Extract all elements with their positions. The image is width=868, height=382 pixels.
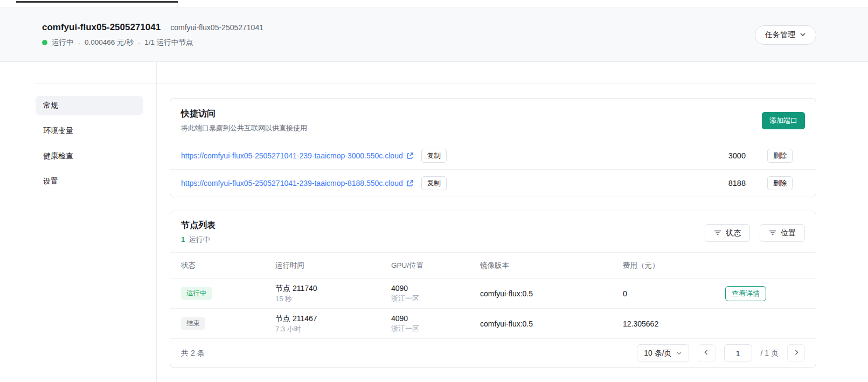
- port-row: https://comfyui-flux05-2505271041-239-ta…: [170, 142, 816, 169]
- col-cost: 费用（元）: [623, 261, 725, 270]
- running-nodes-count: 1/1 运行中节点: [144, 38, 193, 47]
- separator: ·: [138, 39, 141, 47]
- node-duration: 15 秒: [275, 295, 292, 303]
- top-strip: [0, 0, 868, 8]
- service-header: comfyui-flux05-2505271041 comfyui-flux05…: [0, 8, 868, 62]
- filter-status-label: 状态: [726, 228, 741, 238]
- sidebar-item-env-vars[interactable]: 环境变量: [36, 121, 143, 141]
- delete-port-button[interactable]: 删除: [767, 149, 793, 163]
- node-gpu: 4090: [391, 314, 408, 323]
- next-page-button[interactable]: [787, 344, 805, 362]
- port-row: https://comfyui-flux05-2505271041-239-ta…: [170, 169, 816, 197]
- node-list-title: 节点列表: [181, 220, 216, 231]
- filter-lines-icon: [769, 229, 776, 238]
- separator: ·: [78, 39, 81, 47]
- status-label: 运行中: [52, 38, 74, 47]
- sidebar-item-settings[interactable]: 设置: [36, 172, 143, 191]
- port-number: 3000: [697, 151, 746, 160]
- status-row: 运行中 · 0.000466 元/秒 · 1/1 运行中节点: [42, 38, 263, 47]
- sidebar-item-health-check[interactable]: 健康检查: [36, 147, 143, 166]
- filter-location-label: 位置: [781, 228, 796, 238]
- chevron-left-icon: [703, 349, 710, 357]
- port-url-link[interactable]: https://comfyui-flux05-2505271041-239-ta…: [181, 179, 414, 187]
- filter-location-button[interactable]: 位置: [760, 224, 805, 242]
- col-status: 状态: [181, 261, 275, 270]
- node-id: 节点 211467: [275, 314, 317, 323]
- table-row: 运行中 节点 211740 15 秒 4090 浙江一区 comfyui-flu…: [170, 279, 816, 309]
- col-runtime: 运行时间: [275, 261, 391, 270]
- prev-page-button[interactable]: [698, 344, 716, 362]
- table-row: 结束 节点 211467 7.3 小时 4090 浙江一区 comfyui-fl…: [170, 309, 816, 339]
- port-number: 8188: [697, 179, 746, 187]
- col-gpu-location: GPU/位置: [391, 261, 480, 270]
- main-panel: 快捷访问 将此端口暴露到公共互联网以供直接使用 添加端口 https://com…: [170, 62, 816, 381]
- node-image: comfyui-flux:0.5: [480, 320, 623, 328]
- sidebar-item-general[interactable]: 常规: [36, 96, 143, 115]
- node-gpu: 4090: [391, 284, 408, 293]
- port-url-link[interactable]: https://comfyui-flux05-2505271041-239-ta…: [181, 151, 414, 160]
- running-count-line: 1 运行中: [181, 235, 216, 245]
- status-dot-icon: [42, 40, 47, 45]
- status-badge: 结束: [181, 317, 205, 330]
- filter-status-button[interactable]: 状态: [705, 224, 750, 242]
- page-number-input[interactable]: [724, 344, 752, 362]
- port-url-text: https://comfyui-flux05-2505271041-239-ta…: [181, 179, 403, 187]
- delete-port-button[interactable]: 删除: [767, 176, 793, 190]
- quick-access-subtitle: 将此端口暴露到公共互联网以供直接使用: [181, 123, 307, 133]
- node-cost: 0: [623, 289, 725, 298]
- node-id: 节点 211740: [275, 284, 317, 293]
- quick-access-card: 快捷访问 将此端口暴露到公共互联网以供直接使用 添加端口 https://com…: [170, 98, 816, 197]
- copy-button[interactable]: 复制: [421, 176, 447, 190]
- status-badge: 运行中: [181, 287, 212, 300]
- external-link-icon: [406, 152, 414, 159]
- chevron-down-icon: [800, 31, 806, 39]
- settings-sidebar: 常规 环境变量 健康检查 设置: [36, 62, 157, 381]
- copy-button[interactable]: 复制: [421, 149, 447, 163]
- page: comfyui-flux05-2505271041 comfyui-flux05…: [0, 0, 868, 382]
- node-list-card: 节点列表 1 运行中 状态: [170, 211, 816, 368]
- pagination: 10 条/页 / 1 页: [637, 344, 805, 362]
- page-size-value: 10 条/页: [644, 349, 671, 358]
- task-manage-button[interactable]: 任务管理: [755, 25, 816, 45]
- add-port-button[interactable]: 添加端口: [762, 112, 805, 129]
- page-title: comfyui-flux05-2505271041: [42, 22, 161, 33]
- port-url-text: https://comfyui-flux05-2505271041-239-ta…: [181, 151, 403, 160]
- content-area: 常规 环境变量 健康检查 设置 快捷访问 将此端口暴露到公共互联网以供直接使用 …: [0, 62, 868, 381]
- node-image: comfyui-flux:0.5: [480, 289, 623, 298]
- page-size-select[interactable]: 10 条/页: [637, 344, 689, 362]
- node-table: 状态 运行时间 GPU/位置 镜像版本 费用（元） 运行中 节点 211740 …: [170, 252, 816, 367]
- external-link-icon: [406, 179, 414, 187]
- running-count-label: 运行中: [189, 235, 210, 244]
- col-image-version: 镜像版本: [480, 261, 623, 270]
- running-count-number: 1: [181, 235, 185, 244]
- top-progress-line: [16, 1, 178, 3]
- node-duration: 7.3 小时: [275, 325, 301, 333]
- node-cost: 12.305662: [623, 320, 725, 328]
- total-pages-label: / 1 页: [761, 349, 779, 358]
- filter-lines-icon: [714, 229, 721, 238]
- table-footer: 共 2 条 10 条/页: [170, 339, 816, 367]
- table-header-row: 状态 运行时间 GPU/位置 镜像版本 费用（元）: [170, 252, 816, 279]
- node-region: 浙江一区: [391, 294, 419, 302]
- total-count: 共 2 条: [181, 349, 205, 358]
- quick-access-title: 快捷访问: [181, 108, 307, 120]
- chevron-down-icon: [676, 349, 682, 358]
- page-subtitle: comfyui-flux05-2505271041: [170, 23, 263, 32]
- node-region: 浙江一区: [391, 324, 419, 332]
- chevron-right-icon: [793, 349, 800, 357]
- task-manage-label: 任务管理: [765, 30, 795, 40]
- price-per-second: 0.000466 元/秒: [85, 38, 134, 47]
- view-details-button[interactable]: 查看详情: [725, 286, 766, 301]
